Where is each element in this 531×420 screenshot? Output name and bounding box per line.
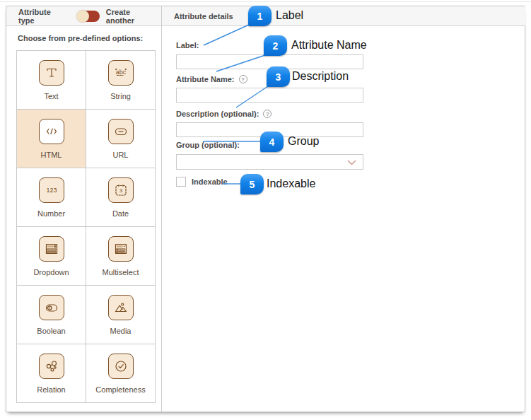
option-media[interactable]: Media xyxy=(86,286,155,344)
option-relation[interactable]: Relation xyxy=(17,344,86,402)
svg-text:123: 123 xyxy=(46,187,57,194)
option-label: HTML xyxy=(41,151,62,159)
chevron-down-icon xyxy=(347,160,356,166)
option-multiselect[interactable]: Multiselect xyxy=(86,227,155,285)
attribute-details-header: Attribute details xyxy=(162,6,525,26)
option-label: Text xyxy=(44,92,58,100)
relation-icon xyxy=(39,354,64,379)
attribute-type-header: Attribute type Create another xyxy=(6,6,161,26)
url-icon xyxy=(108,119,134,144)
option-label: Number xyxy=(37,209,65,218)
completeness-icon xyxy=(108,354,134,379)
create-another-label: Create another xyxy=(106,8,154,25)
option-dropdown[interactable]: Dropdown xyxy=(17,227,86,285)
help-icon[interactable]: ? xyxy=(239,75,247,83)
dropdown-icon xyxy=(39,236,64,262)
callout-label-5: Indexable xyxy=(267,177,315,190)
option-string[interactable]: abc String xyxy=(86,51,155,109)
window-top-edge xyxy=(0,1,531,2)
callout-label-2: Attribute Name xyxy=(291,39,367,52)
attribute-details-panel: Attribute details Label: Attribute Name:… xyxy=(162,6,525,412)
media-icon xyxy=(108,295,134,320)
callout-label-4: Group xyxy=(288,135,319,148)
text-icon xyxy=(39,60,64,86)
callout-label-3: Description xyxy=(292,70,349,83)
option-label: URL xyxy=(112,151,128,159)
option-label: Dropdown xyxy=(33,268,69,276)
callout-badge-2: 2 xyxy=(264,35,287,56)
attribute-name-field-label: Attribute Name: xyxy=(176,75,235,83)
attribute-name-input[interactable] xyxy=(176,88,363,103)
attribute-details-title: Attribute details xyxy=(174,12,233,21)
number-icon: 123 xyxy=(39,177,64,203)
indexable-checkbox[interactable] xyxy=(176,177,186,187)
callout-badge-4: 4 xyxy=(260,132,284,152)
svg-text:3: 3 xyxy=(119,187,122,193)
toggle-knob xyxy=(76,10,89,23)
option-completeness[interactable]: Completeness xyxy=(86,344,155,402)
string-icon: abc xyxy=(108,60,134,86)
description-field-label: Description (optional): xyxy=(176,110,259,118)
create-another-toggle[interactable] xyxy=(78,11,100,22)
option-html[interactable]: HTML xyxy=(17,110,86,168)
option-url[interactable]: URL xyxy=(86,110,155,168)
option-label: Completeness xyxy=(95,385,145,394)
callout-badge-3: 3 xyxy=(267,66,290,87)
svg-text:abc: abc xyxy=(115,68,126,75)
attribute-type-title: Attribute type xyxy=(18,8,63,25)
option-label: Media xyxy=(110,327,132,335)
option-label: String xyxy=(110,92,131,100)
attribute-type-panel: Attribute type Create another Choose fro… xyxy=(6,6,162,412)
date-icon: 3 xyxy=(108,177,134,203)
group-select[interactable] xyxy=(176,154,363,170)
attribute-dialog: Attribute type Create another Choose fro… xyxy=(6,6,525,412)
option-date[interactable]: 3 Date xyxy=(86,168,155,226)
help-icon[interactable]: ? xyxy=(263,110,272,118)
options-label: Choose from pre-defined options: xyxy=(18,34,161,42)
callout-label-1: Label xyxy=(276,9,303,22)
option-number[interactable]: 123 Number xyxy=(17,168,86,226)
multiselect-icon xyxy=(108,236,134,262)
callout-badge-5: 5 xyxy=(240,174,264,194)
option-text[interactable]: Text xyxy=(17,51,86,109)
option-label: Date xyxy=(112,209,129,218)
option-label: Relation xyxy=(37,385,65,394)
option-label: Multiselect xyxy=(103,268,139,276)
callout-badge-1: 1 xyxy=(248,6,272,26)
option-boolean[interactable]: Boolean xyxy=(17,286,86,344)
html-icon xyxy=(39,119,64,144)
indexable-label: Indexable xyxy=(192,177,228,186)
indexable-field-group: Indexable xyxy=(176,177,228,187)
attribute-type-grid: Text abc String HTML xyxy=(16,50,156,403)
boolean-icon xyxy=(39,295,64,320)
option-label: Boolean xyxy=(37,327,65,335)
